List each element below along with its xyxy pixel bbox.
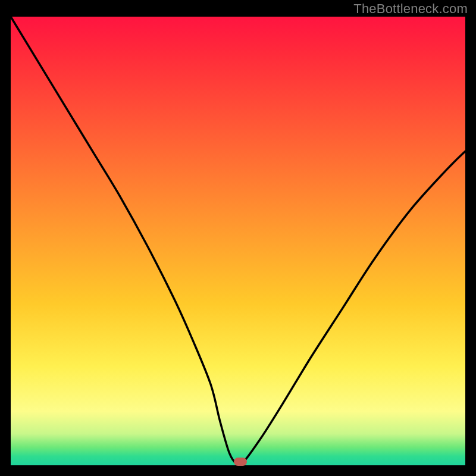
optimal-point-marker	[234, 458, 247, 466]
watermark-text: TheBottleneck.com	[353, 1, 468, 17]
chart-frame: TheBottleneck.com	[0, 0, 476, 476]
plot-area	[11, 17, 465, 465]
bottleneck-curve	[11, 17, 465, 465]
